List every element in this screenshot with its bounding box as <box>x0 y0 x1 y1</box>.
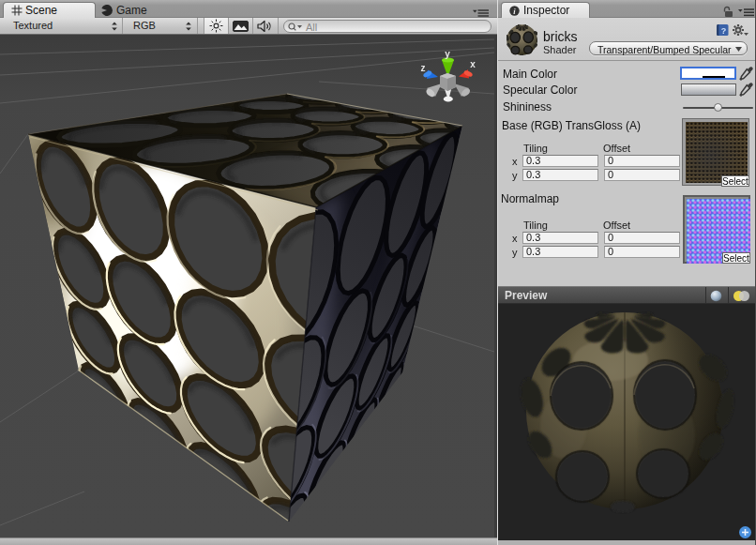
svg-text:x: x <box>470 59 476 69</box>
svg-text:?: ? <box>721 26 727 36</box>
svg-text:z: z <box>421 63 426 73</box>
svg-text:y: y <box>445 49 450 59</box>
